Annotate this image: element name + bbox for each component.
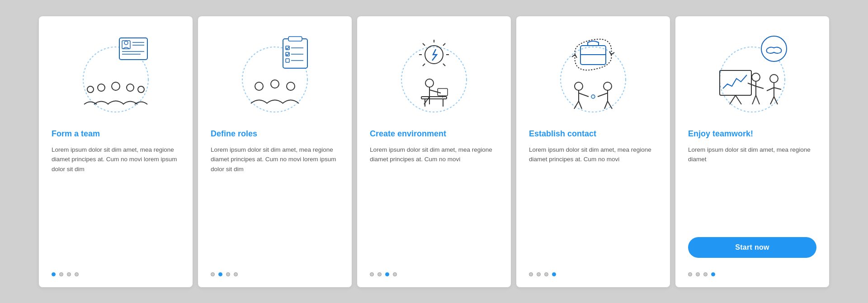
svg-line-50 xyxy=(574,101,579,109)
svg-point-22 xyxy=(255,82,263,90)
dot-2 xyxy=(377,272,382,276)
card-dots-enjoy-teamwork xyxy=(688,272,816,276)
svg-line-51 xyxy=(579,101,582,109)
svg-point-59 xyxy=(761,36,787,61)
svg-rect-60 xyxy=(720,70,751,95)
dot-1 xyxy=(529,272,533,276)
svg-point-23 xyxy=(271,80,279,88)
card-icon-form-team xyxy=(71,30,161,120)
svg-point-37 xyxy=(425,79,434,87)
svg-line-31 xyxy=(423,43,425,46)
card-text-define-roles: Lorem ipsum dolor sit dim amet, mea regi… xyxy=(211,145,339,261)
cards-container: Form a team Lorem ipsum dolor sit dim am… xyxy=(21,3,847,301)
card-title-define-roles: Define roles xyxy=(211,129,339,139)
svg-point-25 xyxy=(401,47,467,112)
svg-point-69 xyxy=(770,75,778,83)
svg-point-9 xyxy=(98,84,105,91)
dot-1 xyxy=(370,272,374,276)
svg-line-68 xyxy=(756,95,760,104)
start-now-button[interactable]: Start now xyxy=(688,237,816,258)
card-enjoy-teamwork: Enjoy teamwork! Lorem ipsum dolor sit di… xyxy=(675,16,829,287)
card-icon-enjoy-teamwork xyxy=(707,30,797,120)
svg-point-57 xyxy=(591,95,595,98)
dot-1 xyxy=(211,272,215,276)
svg-line-66 xyxy=(756,86,764,89)
card-icon-establish-contact xyxy=(548,30,638,120)
card-establish-contact: Establish contact Lorem ipsum dolor sit … xyxy=(516,16,670,287)
card-icon-define-roles xyxy=(230,30,320,120)
card-icon-create-environment xyxy=(389,30,479,120)
svg-point-52 xyxy=(604,82,612,90)
dot-2 xyxy=(59,272,63,276)
card-text-create-environment: Lorem ipsum dolor sit dim amet, mea regi… xyxy=(370,145,498,261)
dot-2 xyxy=(218,272,222,276)
card-dots-define-roles xyxy=(211,272,339,276)
svg-point-24 xyxy=(287,82,295,90)
svg-line-54 xyxy=(598,93,608,97)
dot-4 xyxy=(234,272,238,276)
svg-line-28 xyxy=(443,43,445,46)
dot-4 xyxy=(552,272,556,276)
card-title-create-environment: Create environment xyxy=(370,129,498,139)
dot-4 xyxy=(711,272,715,276)
dot-4 xyxy=(75,272,79,276)
card-create-environment: Create environment Lorem ipsum dolor sit… xyxy=(357,16,511,287)
svg-point-63 xyxy=(752,73,760,81)
card-define-roles: Define roles Lorem ipsum dolor sit dim a… xyxy=(198,16,352,287)
dot-1 xyxy=(688,272,692,276)
dot-3 xyxy=(67,272,71,276)
card-title-establish-contact: Establish contact xyxy=(529,129,657,139)
dot-2 xyxy=(537,272,541,276)
svg-point-47 xyxy=(575,82,583,90)
card-text-establish-contact: Lorem ipsum dolor sit dim amet, mea regi… xyxy=(529,145,657,261)
card-dots-establish-contact xyxy=(529,272,657,276)
card-dots-form-team xyxy=(52,272,180,276)
svg-line-55 xyxy=(604,101,608,109)
svg-line-71 xyxy=(767,88,774,91)
dot-3 xyxy=(544,272,548,276)
svg-line-67 xyxy=(752,95,756,104)
dot-3 xyxy=(385,272,389,276)
card-title-form-team: Form a team xyxy=(52,129,180,139)
svg-rect-14 xyxy=(283,39,307,68)
svg-point-8 xyxy=(112,82,120,90)
svg-line-72 xyxy=(774,88,781,89)
dot-4 xyxy=(393,272,397,276)
svg-point-11 xyxy=(87,86,94,93)
dot-1 xyxy=(52,272,56,276)
card-text-form-team: Lorem ipsum dolor sit dim amet, mea regi… xyxy=(52,145,180,261)
svg-line-39 xyxy=(429,90,441,93)
svg-point-12 xyxy=(138,86,144,93)
svg-point-44 xyxy=(561,47,626,112)
svg-line-61 xyxy=(730,95,736,104)
card-form-team: Form a team Lorem ipsum dolor sit dim am… xyxy=(39,16,193,287)
svg-line-73 xyxy=(770,97,774,104)
svg-rect-15 xyxy=(288,37,302,41)
svg-line-49 xyxy=(579,93,589,97)
dot-3 xyxy=(703,272,708,276)
svg-line-30 xyxy=(443,64,445,66)
svg-point-10 xyxy=(127,84,134,91)
card-text-enjoy-teamwork: Lorem ipsum dolor sit dim amet, mea regi… xyxy=(688,145,816,230)
dot-2 xyxy=(696,272,700,276)
card-dots-create-environment xyxy=(370,272,498,276)
card-title-enjoy-teamwork: Enjoy teamwork! xyxy=(688,129,816,139)
dot-3 xyxy=(226,272,230,276)
svg-line-33 xyxy=(423,64,425,66)
svg-line-62 xyxy=(736,95,741,104)
